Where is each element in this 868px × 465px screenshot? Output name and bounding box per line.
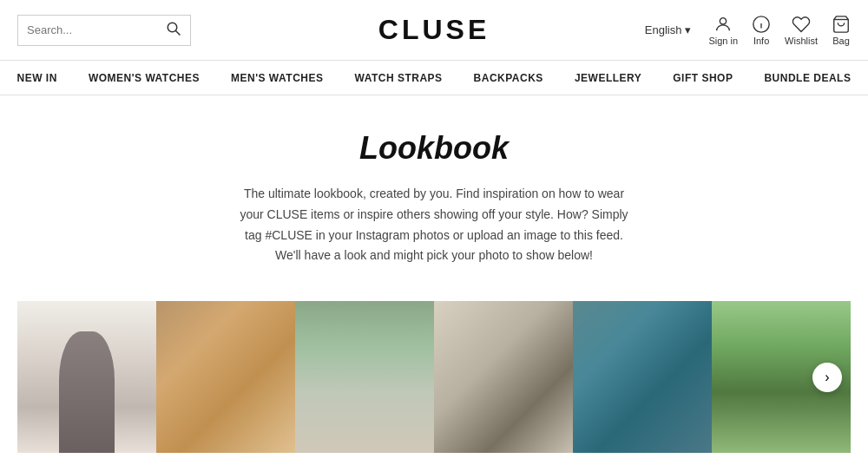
wishlist-label: Wishlist [785,36,818,46]
sign-in-label: Sign in [708,36,738,46]
wishlist-button[interactable]: Wishlist [785,15,818,46]
svg-line-1 [175,30,180,35]
gallery-item[interactable] [156,301,295,453]
gallery-item[interactable] [295,301,434,453]
nav-item-mens-watches[interactable]: MEN'S WATCHES [215,61,339,95]
gallery-image-2 [156,301,295,453]
language-label: English [645,23,682,36]
search-button[interactable] [166,21,181,40]
nav-item-new-in[interactable]: NEW IN [2,61,73,95]
nav-item-bundle-deals[interactable]: BUNDLE DEALS [748,61,866,95]
info-label: Info [753,36,769,46]
gallery-image-3 [295,301,434,453]
gallery-container: › [17,301,851,453]
bag-button[interactable]: Bag [832,15,851,46]
info-icon [752,15,771,34]
gallery [17,301,851,453]
gallery-item[interactable] [434,301,573,453]
page-title: Lookbook [17,130,851,167]
header-right: English ▾ Sign in [645,15,851,46]
person-icon [713,15,733,34]
bag-icon [832,15,851,34]
site-logo[interactable]: CLUSE [378,14,490,46]
header-icons: Sign in Info Wishlist [708,15,851,46]
sign-in-button[interactable]: Sign in [708,15,738,46]
svg-point-0 [168,23,177,32]
main-content: Lookbook The ultimate lookbook, created … [0,95,868,465]
chevron-down-icon: ▾ [685,23,691,36]
search-bar [17,15,191,46]
gallery-next-button[interactable]: › [812,363,842,392]
nav-item-watch-straps[interactable]: WATCH STRAPS [339,61,457,95]
lookbook-description: The ultimate lookbook, created by you. F… [239,184,629,266]
svg-point-2 [720,17,727,23]
main-nav: NEW IN WOMEN'S WATCHES MEN'S WATCHES WAT… [0,61,868,95]
nav-item-jewellery[interactable]: JEWELLERY [559,61,657,95]
nav-item-gift-shop[interactable]: GIFT SHOP [657,61,748,95]
gallery-item[interactable] [573,301,712,453]
nav-item-backpacks[interactable]: BACKPACKS [458,61,559,95]
gallery-image-4 [434,301,573,453]
search-icon [166,21,181,36]
gallery-image-5 [573,301,712,453]
nav-item-womens-watches[interactable]: WOMEN'S WATCHES [73,61,215,95]
language-selector[interactable]: English ▾ [645,23,692,36]
header: CLUSE English ▾ Sign in [0,0,868,61]
search-input[interactable] [27,23,166,36]
heart-icon [792,15,811,34]
gallery-image-1 [17,301,156,453]
gallery-item[interactable] [17,301,156,453]
bag-label: Bag [832,36,850,46]
info-button[interactable]: Info [752,15,771,46]
